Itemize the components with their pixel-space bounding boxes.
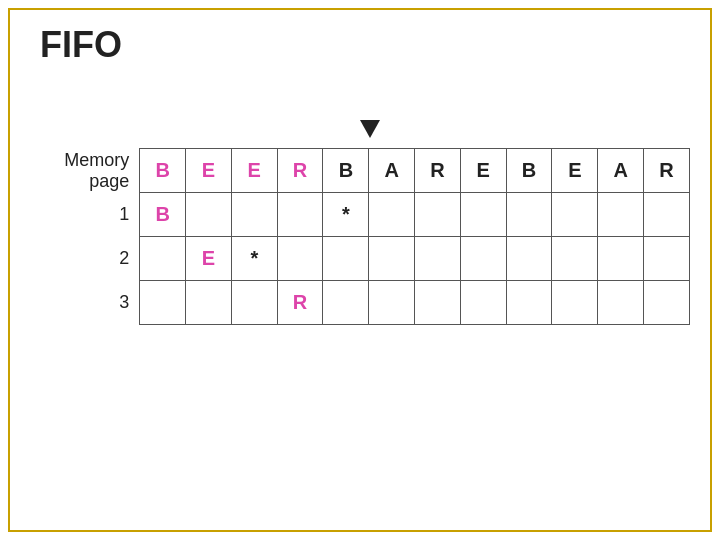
- row-1-col-4: *: [323, 193, 369, 237]
- row-2-col-7: [460, 237, 506, 281]
- header-col-3: R: [277, 149, 323, 193]
- table-row-1: 1 B *: [30, 193, 690, 237]
- header-col-1: E: [186, 149, 232, 193]
- row-3-col-0: [140, 281, 186, 325]
- row-1-col-10: [598, 193, 644, 237]
- table-header-row: Memory page B E E R B A R E B E A R: [30, 149, 690, 193]
- header-col-10: A: [598, 149, 644, 193]
- row-3-col-4: [323, 281, 369, 325]
- table-row-2: 2 E *: [30, 237, 690, 281]
- header-col-6: R: [415, 149, 461, 193]
- row-2-col-1: E: [186, 237, 232, 281]
- row-2-col-4: [323, 237, 369, 281]
- row-3-col-9: [552, 281, 598, 325]
- row-1-col-3: [277, 193, 323, 237]
- row-2-col-5: [369, 237, 415, 281]
- row-3-col-10: [598, 281, 644, 325]
- row-1-col-0: B: [140, 193, 186, 237]
- row-3-col-8: [506, 281, 552, 325]
- header-col-11: R: [644, 149, 690, 193]
- row-2-col-8: [506, 237, 552, 281]
- row-3-label: 3: [30, 281, 140, 325]
- row-3-col-2: [231, 281, 277, 325]
- row-2-col-3: [277, 237, 323, 281]
- header-col-9: E: [552, 149, 598, 193]
- row-1-col-9: [552, 193, 598, 237]
- row-3-col-7: [460, 281, 506, 325]
- row-1-col-2: [231, 193, 277, 237]
- header-label: Memory page: [30, 149, 140, 193]
- row-3-col-3: R: [277, 281, 323, 325]
- header-col-5: A: [369, 149, 415, 193]
- row-2-col-9: [552, 237, 598, 281]
- row-3-col-5: [369, 281, 415, 325]
- row-3-col-11: [644, 281, 690, 325]
- row-1-col-1: [186, 193, 232, 237]
- header-col-7: E: [460, 149, 506, 193]
- table-row-3: 3 R: [30, 281, 690, 325]
- main-table-container: Memory page B E E R B A R E B E A R 1 B: [30, 148, 690, 325]
- fifo-table: Memory page B E E R B A R E B E A R 1 B: [30, 148, 690, 325]
- row-3-col-1: [186, 281, 232, 325]
- row-1-col-5: [369, 193, 415, 237]
- header-col-2: E: [231, 149, 277, 193]
- row-2-col-0: [140, 237, 186, 281]
- header-col-8: B: [506, 149, 552, 193]
- row-2-col-2: *: [231, 237, 277, 281]
- row-1-label: 1: [30, 193, 140, 237]
- row-3-col-6: [415, 281, 461, 325]
- row-2-label: 2: [30, 237, 140, 281]
- row-1-col-7: [460, 193, 506, 237]
- down-arrow: [360, 120, 380, 138]
- row-2-col-10: [598, 237, 644, 281]
- row-1-col-6: [415, 193, 461, 237]
- header-col-0: B: [140, 149, 186, 193]
- row-1-col-11: [644, 193, 690, 237]
- page-title: FIFO: [40, 24, 122, 66]
- row-1-col-8: [506, 193, 552, 237]
- row-2-col-11: [644, 237, 690, 281]
- row-2-col-6: [415, 237, 461, 281]
- header-col-4: B: [323, 149, 369, 193]
